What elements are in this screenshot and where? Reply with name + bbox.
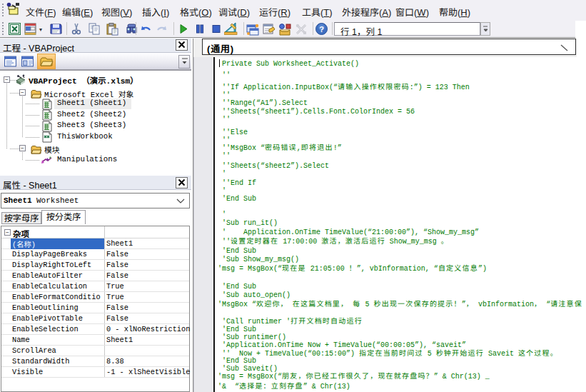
svg-text:?: ?	[319, 25, 324, 34]
